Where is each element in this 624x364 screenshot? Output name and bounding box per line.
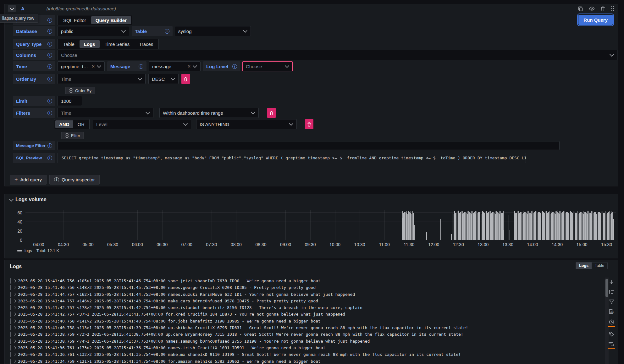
log-row[interactable]: 2025-05-28 15:41:38.759 <73>2 2025-05-28… [10, 332, 593, 337]
tag-icon[interactable] [609, 331, 615, 337]
query-type-label: Query Typei [13, 39, 55, 49]
chevron-right-icon[interactable] [13, 360, 16, 363]
log-row[interactable]: 2025-05-28 15:41:42.757 <37>1 2025-05-28… [10, 312, 593, 317]
remove-filter-button[interactable] [267, 108, 276, 118]
trash-icon[interactable] [600, 6, 605, 11]
query-inspector-button[interactable]: i Query inspector [49, 175, 100, 185]
chevron-right-icon[interactable] [13, 339, 16, 343]
x-axis-tick-label: 07:30 [202, 242, 221, 247]
log-level-select[interactable]: Choose [242, 61, 293, 71]
add-order-by-button[interactable]: + Order By [65, 87, 95, 94]
log-line-text: 2025-05-28 15:41:44.757 <146>2 2025-05-2… [18, 299, 318, 303]
info-icon[interactable]: i [47, 77, 52, 81]
filter-operator-select[interactable]: Within dashboard time range [159, 108, 259, 118]
logs-volume-header[interactable]: Logs volume [10, 197, 47, 202]
log-row[interactable]: 2025-05-28 15:41:38.759 <74>1 2025-05-28… [10, 339, 593, 344]
tab-traces[interactable]: Traces [135, 40, 157, 48]
funnel-icon[interactable] [609, 299, 615, 305]
level-operator-select[interactable]: IS ANYTHING [196, 119, 297, 129]
info-icon[interactable]: i [47, 18, 52, 23]
info-icon[interactable]: i [47, 111, 52, 115]
info-icon[interactable]: i [47, 53, 52, 58]
chevron-right-icon[interactable] [13, 286, 16, 289]
time-field-select[interactable]: greptime_tim... ✕ [58, 61, 105, 71]
log-row[interactable]: 2025-05-28 15:41:36.761 <173>2 2025-05-2… [10, 345, 593, 350]
legend-series-label[interactable]: logs [25, 248, 32, 253]
columns-select[interactable]: Choose [58, 50, 617, 60]
tab-time-series[interactable]: Time Series [100, 40, 134, 48]
arrow-down-icon[interactable] [609, 279, 614, 285]
tab-logs[interactable]: Logs [80, 40, 100, 48]
info-icon[interactable]: i [165, 29, 169, 34]
x-axis-tick-label: 13:30 [498, 242, 517, 247]
level-field-select[interactable]: Level [93, 119, 191, 129]
gridline-v [384, 210, 385, 240]
message-field-select[interactable]: message ✕ [149, 61, 201, 71]
remove-order-by-button[interactable] [181, 74, 190, 84]
logs-title: Logs [10, 264, 22, 269]
clock-icon[interactable] [608, 319, 615, 327]
add-query-button[interactable]: + Add query [10, 175, 47, 185]
run-query-button[interactable]: Run Query [578, 15, 613, 25]
chevron-right-icon[interactable] [13, 346, 16, 350]
chevron-right-icon[interactable] [13, 326, 16, 329]
info-icon[interactable]: i [47, 156, 52, 160]
duplicate-icon[interactable] [578, 6, 583, 11]
log-row[interactable]: 2025-05-28 15:41:34.759 <121>1 2025-05-2… [10, 359, 593, 364]
gridline-v [187, 210, 187, 240]
tab-query-builder[interactable]: Query Builder [91, 16, 131, 24]
volume-bar [426, 232, 427, 240]
log-line-text: 2025-05-28 15:41:36.761 <132>2 2025-05-2… [18, 352, 461, 357]
follow-lines-icon[interactable] [608, 341, 615, 349]
chevron-right-icon[interactable] [13, 313, 16, 316]
limit-input[interactable]: 1000 [58, 96, 82, 106]
filter-field-select[interactable]: Time [58, 108, 153, 118]
log-file-icon[interactable]: LOG [608, 309, 615, 315]
log-row[interactable]: 2025-05-28 15:41:46.756 <105>1 2025-05-2… [10, 278, 593, 284]
log-row[interactable]: 2025-05-28 15:41:40.758 <141>2 2025-05-2… [10, 318, 593, 324]
chevron-right-icon[interactable] [13, 306, 16, 309]
query-type-toggle: Table Logs Time Series Traces [58, 39, 159, 49]
info-icon[interactable]: i [47, 64, 52, 69]
log-row[interactable]: 2025-05-28 15:41:42.757 <178>2 2025-05-2… [10, 305, 593, 310]
tab-sql-editor[interactable]: SQL Editor [59, 16, 91, 24]
tab-table[interactable]: Table [59, 40, 79, 48]
info-icon[interactable]: i [47, 143, 52, 148]
toggle-logs[interactable]: Logs [576, 262, 592, 269]
eye-icon[interactable] [589, 6, 595, 11]
drag-handle-icon[interactable] [611, 6, 615, 11]
chevron-right-icon[interactable] [13, 319, 16, 323]
order-by-field-select[interactable]: Time [58, 74, 146, 84]
database-select[interactable]: public [58, 26, 129, 36]
info-icon[interactable]: i [47, 42, 52, 47]
log-row[interactable]: 2025-05-28 15:41:40.758 <113>1 2025-05-2… [10, 325, 593, 330]
chevron-right-icon[interactable] [13, 279, 16, 283]
toggle-table[interactable]: Table [592, 262, 607, 269]
info-icon[interactable]: i [47, 29, 52, 34]
log-row[interactable]: 2025-05-28 15:41:44.757 <162>1 2025-05-2… [10, 292, 593, 297]
info-icon[interactable]: i [232, 64, 237, 69]
order-by-direction-select[interactable]: DESC [148, 74, 179, 84]
add-filter-button[interactable]: + Filter [61, 132, 84, 139]
clear-icon[interactable]: ✕ [187, 64, 191, 69]
sort-oldest-first-icon[interactable] [608, 289, 615, 295]
chevron-right-icon[interactable] [13, 293, 16, 296]
info-icon[interactable]: i [139, 64, 143, 69]
chevron-right-icon[interactable] [13, 299, 16, 302]
and-option[interactable]: AND [55, 120, 73, 128]
log-row[interactable]: 2025-05-28 15:41:44.757 <146>2 2025-05-2… [10, 298, 593, 304]
remove-level-filter-button[interactable] [305, 119, 313, 129]
collapse-query-row-button[interactable] [8, 5, 16, 12]
x-axis-tick-label: 08:30 [251, 242, 270, 247]
chevron-right-icon[interactable] [13, 333, 16, 336]
chevron-right-icon[interactable] [13, 353, 16, 356]
table-select[interactable]: syslog [175, 26, 251, 36]
clear-icon[interactable]: ✕ [91, 64, 95, 69]
log-row[interactable]: 2025-05-28 15:41:46.756 <148>2 2025-05-2… [10, 285, 593, 290]
info-icon[interactable]: i [47, 99, 52, 103]
message-filter-input[interactable] [58, 141, 560, 150]
logs-volume-chart[interactable]: 020406004:0004:3005:0005:3006:0006:3007:… [25, 210, 616, 240]
log-row[interactable]: 2025-05-28 15:41:36.761 <132>2 2025-05-2… [10, 352, 593, 357]
x-axis-tick-label: 08:00 [227, 242, 246, 247]
or-option[interactable]: OR [74, 120, 89, 128]
